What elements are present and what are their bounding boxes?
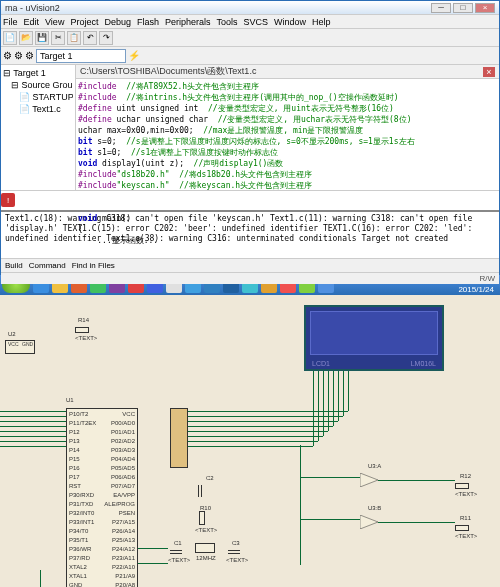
menu-file[interactable]: File	[3, 17, 18, 27]
menu-peripherals[interactable]: Peripherals	[165, 17, 211, 27]
error-icon[interactable]: !	[1, 193, 15, 207]
code-editor[interactable]: C:\Users\TOSHIBA\Documents\函数\Text1.c × …	[76, 65, 499, 190]
menu-debug[interactable]: Debug	[104, 17, 131, 27]
resistor-r12[interactable]	[455, 483, 469, 489]
minimize-button[interactable]: ─	[431, 3, 451, 13]
rebuild-icon[interactable]: ⚙	[14, 50, 23, 61]
tree-text1c[interactable]: 📄 Text1.c	[3, 103, 73, 115]
open-file-icon[interactable]: 📂	[19, 31, 33, 45]
options-icon[interactable]: ⚡	[128, 50, 140, 61]
project-panel: ⊟ Target 1 ⊟ Source Grou 📄 STARTUP. 📄 Te…	[1, 65, 76, 190]
crystal-label: 12MHZ	[196, 555, 216, 561]
menubar: File Edit View Project Debug Flash Perip…	[1, 15, 499, 29]
lcd-component[interactable]: LCD1 LM016L	[304, 305, 444, 371]
resistor-r11[interactable]	[455, 525, 469, 531]
build-icon[interactable]: ⚙	[3, 50, 12, 61]
r12-label: R12	[460, 473, 471, 479]
window-title: ma - uVision2	[5, 3, 431, 13]
menu-tools[interactable]: Tools	[216, 17, 237, 27]
tree-startup[interactable]: 📄 STARTUP.	[3, 91, 73, 103]
cut-icon[interactable]: ✂	[51, 31, 65, 45]
status-rw: R/W	[479, 274, 495, 283]
error-indicators: !	[1, 190, 499, 210]
schematic-canvas[interactable]: LCD1 LM016L U2 VCC GND R14 <TEXT> U1 P10…	[0, 295, 500, 587]
toolbar-build: ⚙ ⚙ ⚙ ⚡	[1, 47, 499, 65]
toolbar-main: 📄 📂 💾 ✂ 📋 ↶ ↷	[1, 29, 499, 47]
u1-label: U1	[66, 397, 74, 403]
opamp-u3b[interactable]	[360, 515, 378, 529]
statusbar: R/W	[1, 272, 499, 284]
c2-label: C2	[206, 475, 214, 481]
menu-help[interactable]: Help	[312, 17, 331, 27]
capacitor-c2[interactable]	[198, 485, 202, 497]
tab-findinfiles[interactable]: Find in Files	[72, 261, 115, 270]
c1-label: C1	[174, 540, 182, 546]
close-button[interactable]: ×	[475, 3, 495, 13]
editor-tab-path: C:\Users\TOSHIBA\Documents\函数\Text1.c	[80, 65, 256, 78]
menu-edit[interactable]: Edit	[24, 17, 40, 27]
redo-icon[interactable]: ↷	[99, 31, 113, 45]
r11-label: R11	[460, 515, 471, 521]
svg-marker-1	[360, 515, 378, 529]
resistor-r10[interactable]	[199, 511, 205, 525]
menu-flash[interactable]: Flash	[137, 17, 159, 27]
tab-build[interactable]: Build	[5, 261, 23, 270]
tab-close-icon[interactable]: ×	[483, 67, 495, 77]
new-file-icon[interactable]: 📄	[3, 31, 17, 45]
menu-project[interactable]: Project	[70, 17, 98, 27]
build-all-icon[interactable]: ⚙	[25, 50, 34, 61]
maximize-button[interactable]: □	[453, 3, 473, 13]
save-icon[interactable]: 💾	[35, 31, 49, 45]
tree-root[interactable]: ⊟ Target 1	[3, 67, 73, 79]
tab-command[interactable]: Command	[29, 261, 66, 270]
tree-source-group[interactable]: ⊟ Source Grou	[3, 79, 73, 91]
capacitor-c1[interactable]	[170, 550, 182, 554]
u2-label: U2	[8, 331, 16, 337]
opamp-u3a[interactable]	[360, 473, 378, 487]
copy-icon[interactable]: 📋	[67, 31, 81, 45]
menu-svcs[interactable]: SVCS	[244, 17, 269, 27]
resistor-network[interactable]	[170, 408, 188, 468]
capacitor-c3[interactable]	[228, 550, 240, 554]
crystal[interactable]	[195, 543, 215, 553]
undo-icon[interactable]: ↶	[83, 31, 97, 45]
resistor-r14[interactable]	[75, 327, 89, 333]
target-selector[interactable]	[36, 49, 126, 63]
r14-label: R14	[78, 317, 89, 323]
c3-label: C3	[232, 540, 240, 546]
u3a-label: U3:A	[368, 463, 381, 469]
microcontroller-u1[interactable]: P10/T2P11/T2EXP12P13P14P15P16P17RSTP30/R…	[66, 408, 138, 587]
u3b-label: U3:B	[368, 505, 381, 511]
svg-marker-0	[360, 473, 378, 487]
menu-window[interactable]: Window	[274, 17, 306, 27]
menu-view[interactable]: View	[45, 17, 64, 27]
